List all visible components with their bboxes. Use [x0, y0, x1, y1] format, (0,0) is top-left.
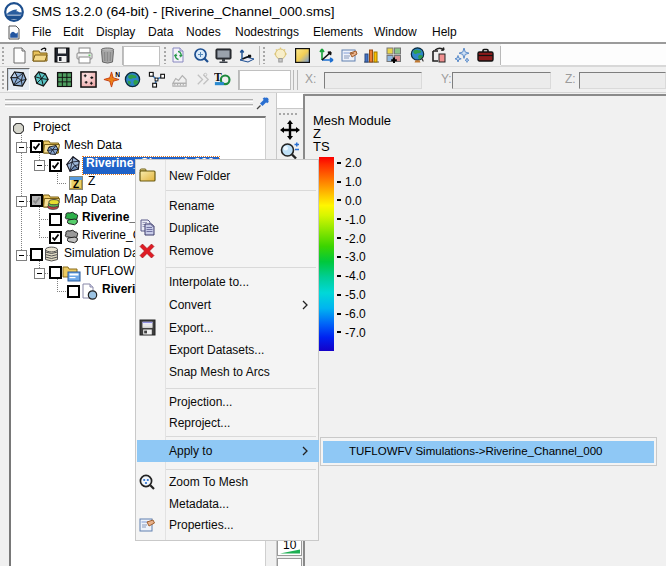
svg-text:N: N	[115, 71, 120, 78]
svg-text:Z: Z	[73, 179, 79, 190]
